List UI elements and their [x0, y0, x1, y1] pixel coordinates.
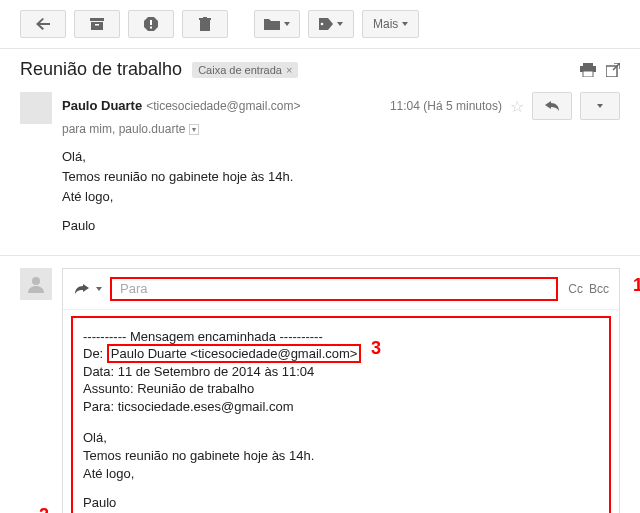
annotation-3: 3 — [371, 336, 381, 360]
to-field-highlight — [110, 277, 558, 301]
svg-point-14 — [32, 277, 40, 285]
inbox-label-chip[interactable]: Caixa de entrada × — [192, 62, 298, 78]
annotation-2: 2 — [39, 505, 49, 513]
svg-rect-10 — [583, 63, 593, 66]
to-row: Cc Bcc — [63, 269, 619, 310]
labels-button[interactable] — [308, 10, 354, 38]
svg-rect-12 — [583, 71, 593, 77]
cc-link[interactable]: Cc — [568, 282, 583, 296]
sender-email: <ticesociedade@gmail.com> — [146, 99, 300, 113]
message-body: Olá, Temos reunião no gabinete hoje às 1… — [62, 148, 620, 235]
fwd-body-l2: Temos reunião no gabinete hoje às 14h. — [83, 447, 599, 465]
compose-body[interactable]: 3 ---------- Mensagem encaminhada ------… — [71, 316, 611, 513]
fwd-from-label: De: — [83, 346, 103, 361]
star-icon[interactable]: ☆ — [510, 97, 524, 116]
delete-button[interactable] — [182, 10, 228, 38]
fwd-body-l1: Olá, — [83, 429, 599, 447]
fwd-body-l3: Até logo, — [83, 465, 599, 483]
svg-rect-1 — [91, 22, 103, 30]
fwd-date-line: Data: 11 de Setembro de 2014 às 11:04 — [83, 363, 599, 381]
sender-name: Paulo Duarte — [62, 98, 142, 113]
main-toolbar: Mais — [0, 0, 640, 49]
fwd-subject-line: Assunto: Reunião de trabalho — [83, 380, 599, 398]
message-to-row: para mim, paulo.duarte ▾ — [62, 122, 620, 136]
message-more-button[interactable] — [580, 92, 620, 120]
svg-rect-5 — [150, 27, 152, 29]
details-dropdown-icon[interactable]: ▾ — [189, 124, 199, 135]
forward-mode-icon[interactable] — [73, 284, 102, 294]
svg-rect-0 — [90, 18, 104, 21]
remove-label-icon[interactable]: × — [286, 64, 292, 76]
svg-rect-6 — [200, 20, 210, 31]
svg-rect-8 — [203, 17, 207, 18]
to-input[interactable] — [118, 280, 550, 297]
compose-area: 1 Cc Bcc 3 ---------- Mensagem encaminha… — [0, 268, 640, 513]
sender-avatar — [20, 92, 52, 124]
fwd-from-value: Paulo Duarte <ticesociedade@gmail.com> — [107, 344, 362, 363]
open-window-icon[interactable] — [606, 63, 620, 77]
print-icon[interactable] — [580, 63, 596, 77]
message-block: Paulo Duarte <ticesociedade@gmail.com> 1… — [0, 86, 640, 247]
svg-rect-2 — [95, 24, 99, 26]
fwd-body-sig: Paulo — [83, 494, 599, 512]
fwd-to-line: Para: ticsociedade.eses@gmail.com — [83, 398, 599, 416]
annotation-1: 1 — [633, 275, 640, 296]
svg-point-9 — [321, 23, 324, 26]
message-to-text: para mim, paulo.duarte — [62, 122, 185, 136]
bcc-link[interactable]: Bcc — [589, 282, 609, 296]
reply-button[interactable] — [532, 92, 572, 120]
message-time: 11:04 (Há 5 minutos) — [390, 99, 502, 113]
more-button[interactable]: Mais — [362, 10, 419, 38]
inbox-label-text: Caixa de entrada — [198, 64, 282, 76]
subject-text: Reunião de trabalho — [20, 59, 182, 80]
my-avatar — [20, 268, 52, 300]
back-button[interactable] — [20, 10, 66, 38]
svg-rect-7 — [199, 18, 211, 20]
spam-button[interactable] — [128, 10, 174, 38]
archive-button[interactable] — [74, 10, 120, 38]
compose-box: 1 Cc Bcc 3 ---------- Mensagem encaminha… — [62, 268, 620, 513]
svg-rect-4 — [150, 20, 152, 25]
fwd-separator: ---------- Mensagem encaminhada --------… — [83, 328, 599, 346]
more-label: Mais — [373, 17, 398, 31]
subject-row: Reunião de trabalho Caixa de entrada × — [0, 49, 640, 86]
move-to-button[interactable] — [254, 10, 300, 38]
